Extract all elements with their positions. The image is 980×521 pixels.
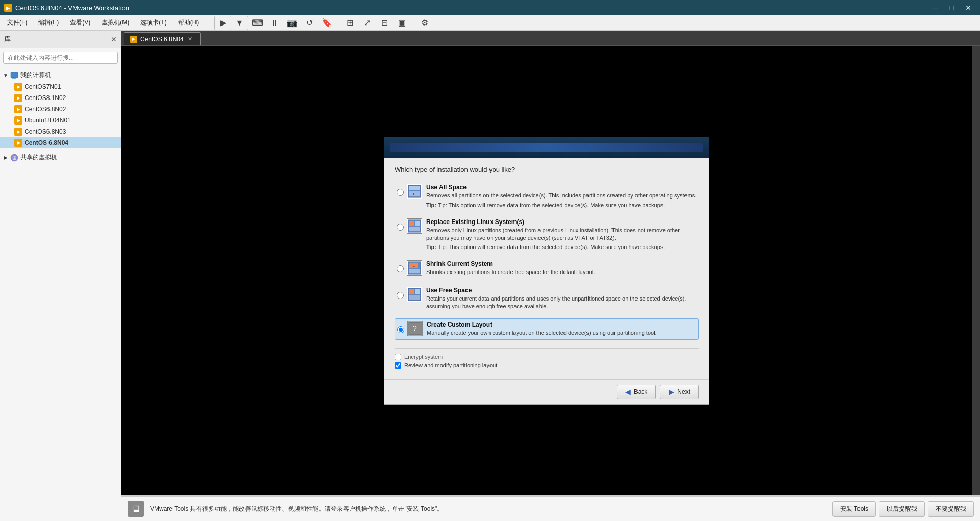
- radio-free-space[interactable]: [397, 292, 404, 299]
- sidebar-item-shared-vms[interactable]: ▶ ⊞ 共享的虚拟机: [0, 152, 121, 163]
- tab-label: CentOS 6.8N04: [140, 36, 184, 43]
- sidebar-item-centos8n02[interactable]: ▶ CentOS8.1N02: [0, 92, 121, 104]
- power-dropdown[interactable]: ▼: [231, 16, 248, 30]
- option-title-replace-linux: Replace Existing Linux System(s): [426, 218, 697, 226]
- vm-icon-active: ▶: [14, 139, 22, 147]
- remind-later-button[interactable]: 以后提醒我: [879, 501, 925, 517]
- radio-replace-linux[interactable]: [397, 224, 404, 231]
- window-controls: ─ □ ✕: [928, 0, 976, 15]
- fit-guest-button[interactable]: ⊞: [341, 16, 358, 30]
- sidebar-item-centos6n02[interactable]: ▶ CentOS6.8N02: [0, 104, 121, 115]
- option-icon-custom-layout: ?: [407, 321, 423, 336]
- dialog-body: Which type of installation would you lik…: [384, 158, 709, 379]
- svg-rect-2: [12, 79, 17, 79]
- menu-tabs[interactable]: 选项卡(T): [135, 16, 172, 29]
- option-use-all-space[interactable]: 0 Use All Space Removes all partitions o…: [395, 182, 699, 210]
- toolbar-section-power: ▶ ▼: [214, 16, 248, 30]
- menu-file[interactable]: 文件(F): [2, 16, 32, 29]
- sidebar-search-area: [0, 48, 121, 67]
- sidebar-item-centos6n03[interactable]: ▶ CentOS6.8N03: [0, 126, 121, 137]
- install-tools-button[interactable]: 安装 Tools: [832, 501, 876, 517]
- toolbar-separator-2: [338, 18, 338, 28]
- dialog-footer: ◀ Back ▶ Next: [384, 379, 709, 404]
- option-replace-linux[interactable]: Replace Existing Linux System(s) Removes…: [395, 216, 699, 253]
- radio-use-all-space[interactable]: [397, 189, 404, 196]
- option-title-free-space: Use Free Space: [426, 287, 697, 294]
- sidebar-search-input[interactable]: [3, 52, 118, 64]
- encrypt-label: Encrypt system: [404, 354, 443, 360]
- install-dialog: Which type of installation would you lik…: [384, 137, 709, 405]
- vm-content-wrapper: ▶ CentOS 6.8N04 ✕ Which type of installa…: [121, 31, 980, 521]
- vm-label: CentOS7N01: [24, 83, 61, 90]
- close-button[interactable]: ✕: [961, 0, 976, 15]
- review-checkbox[interactable]: [395, 362, 401, 369]
- maximize-button[interactable]: □: [944, 0, 960, 15]
- option-desc-custom-layout: Manually create your own custom layout o…: [427, 329, 696, 337]
- option-custom-layout[interactable]: ? Create Custom Layout Manually create y…: [395, 318, 699, 339]
- next-button[interactable]: ▶ Next: [660, 385, 699, 399]
- svg-text:↔: ↔: [413, 265, 416, 268]
- svg-rect-1: [12, 78, 16, 79]
- vm-label: CentOS8.1N02: [24, 94, 66, 102]
- power-button-group: ▶ ▼: [214, 16, 248, 30]
- manage-snapshots-button[interactable]: 🔖: [318, 16, 335, 30]
- svg-rect-19: [415, 289, 420, 294]
- tree-item-my-computer[interactable]: ▼ 我的计算机: [0, 69, 121, 81]
- revert-button[interactable]: ↺: [301, 16, 317, 30]
- option-content-replace-linux: Replace Existing Linux System(s) Removes…: [426, 218, 697, 251]
- unity-button[interactable]: ⊟: [376, 16, 393, 30]
- vm-icon: ▶: [14, 83, 22, 91]
- sidebar-title: 库: [4, 35, 11, 44]
- bottom-notification-text: VMware Tools 具有很多功能，能改善鼠标移动性、视频和性能。请登录客户…: [150, 504, 826, 513]
- option-icon-replace-linux: [407, 218, 422, 234]
- svg-rect-12: [409, 227, 420, 231]
- dialog-question: Which type of installation would you lik…: [395, 166, 699, 173]
- back-arrow-icon: ◀: [625, 388, 631, 396]
- sidebar-header: 库 ✕: [0, 31, 121, 48]
- menu-edit[interactable]: 编辑(E): [33, 16, 64, 29]
- vm-label: CentOS6.8N03: [24, 128, 66, 135]
- back-button[interactable]: ◀ Back: [617, 385, 656, 399]
- option-title-custom-layout: Create Custom Layout: [427, 321, 696, 328]
- radio-custom-layout[interactable]: [397, 326, 404, 333]
- svg-rect-10: [409, 221, 414, 226]
- menu-vm[interactable]: 虚拟机(M): [96, 16, 134, 29]
- tab-centos6n04[interactable]: ▶ CentOS 6.8N04 ✕: [124, 32, 201, 45]
- snapshot-button[interactable]: 📷: [284, 16, 300, 30]
- encrypt-checkbox[interactable]: [395, 354, 401, 360]
- option-free-space[interactable]: Use Free Space Retains your current data…: [395, 285, 699, 313]
- option-icon-free-space: [407, 287, 422, 302]
- suspend-button[interactable]: ⏸: [266, 16, 283, 30]
- power-button[interactable]: ▶: [215, 16, 231, 30]
- option-shrink[interactable]: ↔ Shrink Current System Shrinks existing…: [395, 258, 699, 278]
- vmware-tools-icon: 🖥: [128, 501, 144, 517]
- tab-vm-icon: ▶: [130, 36, 137, 43]
- svg-rect-0: [11, 72, 18, 78]
- vm-icon: ▶: [14, 105, 22, 113]
- toolbar-separator-1: [207, 18, 207, 28]
- menu-help[interactable]: 帮助(H): [173, 16, 204, 29]
- toolbar-separator-3: [413, 18, 413, 28]
- sidebar-item-ubuntu18n01[interactable]: ▶ Ubuntu18.04N01: [0, 115, 121, 126]
- vm-screen[interactable]: Which type of installation would you lik…: [121, 46, 972, 495]
- radio-shrink[interactable]: [397, 265, 404, 272]
- view-button[interactable]: ▣: [394, 16, 410, 30]
- menu-view[interactable]: 查看(V): [65, 16, 95, 29]
- sidebar: 库 ✕ ▼ 我的计算机 ▶ CentOS7N01 ▶: [0, 31, 121, 521]
- preferences-button[interactable]: ⚙: [416, 16, 433, 30]
- minimize-button[interactable]: ─: [928, 0, 943, 15]
- send-ctrl-alt-del-button[interactable]: ⌨: [249, 16, 265, 30]
- sidebar-item-centos6n04[interactable]: ▶ CentOS 6.8N04: [0, 137, 121, 148]
- sidebar-item-centos7n01[interactable]: ▶ CentOS7N01: [0, 81, 121, 92]
- computer-icon: [10, 71, 18, 80]
- vm-label-active: CentOS 6.8N04: [24, 139, 68, 146]
- sidebar-close-button[interactable]: ✕: [111, 35, 117, 43]
- vertical-scrollbar[interactable]: [972, 46, 980, 495]
- never-remind-button[interactable]: 不要提醒我: [928, 501, 974, 517]
- expand-icon-shared: ▶: [2, 154, 9, 161]
- tab-close-button[interactable]: ✕: [187, 36, 194, 43]
- next-label: Next: [677, 388, 690, 395]
- full-screen-button[interactable]: ⤢: [359, 16, 375, 30]
- main-layout: 库 ✕ ▼ 我的计算机 ▶ CentOS7N01 ▶: [0, 31, 980, 521]
- option-desc-replace-linux: Removes only Linux partitions (created f…: [426, 227, 697, 242]
